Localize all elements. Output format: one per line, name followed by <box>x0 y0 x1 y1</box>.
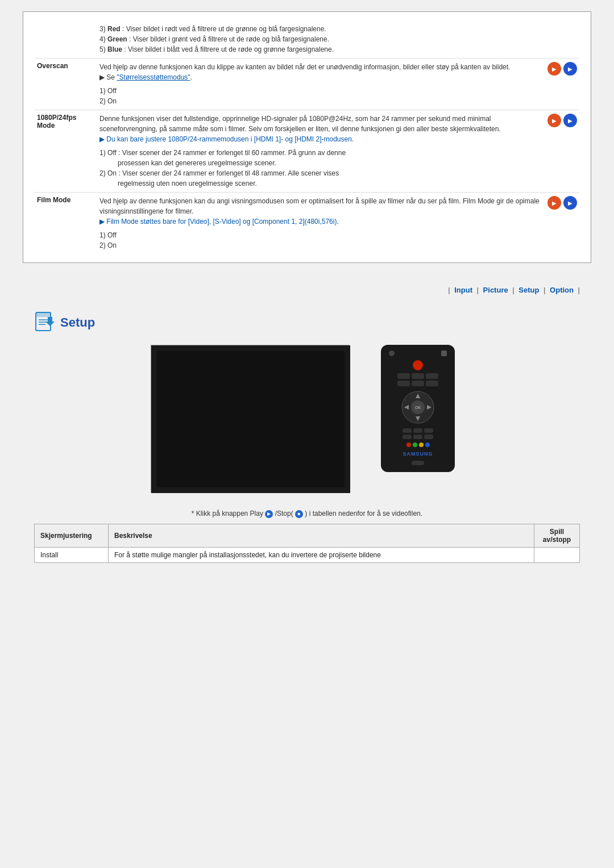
rbtn-11[interactable] <box>413 435 422 439</box>
tv-image <box>151 345 350 493</box>
remote-bottom-btn[interactable] <box>412 461 424 465</box>
overscan-prev-btn[interactable]: ▶ <box>547 62 561 76</box>
setup-page-icon <box>34 311 55 333</box>
nav-sep3: | <box>512 286 514 294</box>
overscan-link: ▶ Se "Størrelsesstøttemodus". <box>99 72 543 82</box>
overscan-sub1: 1) Off <box>99 86 543 96</box>
1080p-sub1b: prosessen kan det genereres uregelmessig… <box>118 158 543 168</box>
rbtn-10[interactable] <box>403 435 412 439</box>
red-item: 3) Red : Viser bildet i rødt ved å filtr… <box>99 24 543 34</box>
remote-sensor <box>441 350 447 356</box>
install-play <box>534 547 580 562</box>
play-icon: ▶ <box>265 510 273 518</box>
film-mode-row: Film Mode Ved hjelp av denne funksjonen … <box>35 193 579 254</box>
overscan-text: Ved hjelp av denne funksjonen kan du kli… <box>99 62 543 72</box>
rbtn-4[interactable] <box>397 381 410 386</box>
bottom-table: Skjermjustering Beskrivelse Spill av/sto… <box>34 524 580 563</box>
bottom-table-row-install: Install For å støtte mulige mangler på i… <box>35 547 580 562</box>
svg-rect-1 <box>36 312 51 317</box>
film-mode-icons: ▶ ▶ <box>545 193 579 254</box>
remote-nav-circle: OK <box>401 390 435 424</box>
install-desc: For å støtte mulige mangler på installas… <box>109 547 534 562</box>
remote-container: OK <box>372 345 463 472</box>
remote-row2 <box>397 381 438 386</box>
rbtn-yellow[interactable] <box>419 443 424 447</box>
green-item: 4) Green : Viser bildet i grønt ved å fi… <box>99 34 543 44</box>
rbtn-7[interactable] <box>403 428 412 433</box>
nav-picture[interactable]: Picture <box>483 286 508 294</box>
1080p-prev-btn[interactable]: ▶ <box>547 114 561 127</box>
nav-setup[interactable]: Setup <box>518 286 539 294</box>
rbtn-6[interactable] <box>426 381 438 386</box>
1080p-arrow-text: ▶ Du kan bare justere 1080P/24-rammemodu… <box>99 134 543 144</box>
rbtn-12[interactable] <box>424 435 433 439</box>
bottom-note-prefix: * Klikk på knappen Play <box>192 510 263 518</box>
remote-top-area <box>384 349 451 357</box>
color-label <box>35 20 97 59</box>
remote-colored-row <box>406 443 430 447</box>
bottom-note: * Klikk på knappen Play ▶ /Stop( ■ ) i t… <box>34 510 580 518</box>
1080p-row: 1080P/24fpsMode Denne funksjonen viser d… <box>35 110 579 193</box>
1080p-sub2: 2) On : Viser scener der 24 rammer er fo… <box>99 168 543 178</box>
remote-row3 <box>403 428 433 433</box>
rbtn-1[interactable] <box>397 373 410 379</box>
color-items-row: 3) Red : Viser bildet i rødt ved å filtr… <box>35 20 579 59</box>
nav-sep4: | <box>544 286 545 294</box>
samsung-logo: SAMSUNG <box>403 451 433 457</box>
svg-text:OK: OK <box>415 406 421 410</box>
film-mode-sub2: 2) On <box>99 240 543 251</box>
1080p-text: Denne funksjonen viser det fullstendige,… <box>99 114 543 134</box>
overscan-next-btn[interactable]: ▶ <box>563 62 577 76</box>
svg-marker-5 <box>45 317 55 326</box>
color-content: 3) Red : Viser bildet i rødt ved å filtr… <box>97 20 545 59</box>
svg-rect-7 <box>157 351 345 487</box>
remote-power-btn[interactable] <box>413 360 423 370</box>
film-mode-prev-btn[interactable]: ▶ <box>547 196 561 210</box>
overscan-label: Overscan <box>35 59 97 110</box>
stop-icon: ■ <box>295 510 303 518</box>
1080p-label: 1080P/24fpsMode <box>35 110 97 193</box>
top-content-table: 3) Red : Viser bildet i rødt ved å filtr… <box>23 11 591 263</box>
rbtn-9[interactable] <box>424 428 433 433</box>
remote-control: OK <box>381 345 455 472</box>
nav-input[interactable]: Input <box>454 286 472 294</box>
bottom-note-slash: /Stop( <box>275 510 293 518</box>
overscan-sub2: 2) On <box>99 96 543 106</box>
rbtn-green[interactable] <box>413 443 417 447</box>
rbtn-3[interactable] <box>426 373 438 379</box>
remote-led <box>389 350 395 356</box>
1080p-next-btn[interactable]: ▶ <box>563 114 577 127</box>
th-beskrivelse: Beskrivelse <box>109 524 534 547</box>
install-label: Install <box>35 547 109 562</box>
overscan-row: Overscan Ved hjelp av denne funksjonen k… <box>35 59 579 110</box>
overscan-content: Ved hjelp av denne funksjonen kan du kli… <box>97 59 545 110</box>
rbtn-8[interactable] <box>413 428 422 433</box>
rbtn-5[interactable] <box>412 381 424 386</box>
1080p-content: Denne funksjonen viser det fullstendige,… <box>97 110 545 193</box>
th-skjerm: Skjermjustering <box>35 524 109 547</box>
nav-sep1: | <box>448 286 450 294</box>
images-row: OK <box>34 345 580 493</box>
nav-option[interactable]: Option <box>550 286 574 294</box>
color-icons <box>545 20 579 59</box>
setup-title-text: Setup <box>60 315 95 330</box>
1080p-sub2b: regelmessig uten noen uregelmessige scen… <box>118 178 543 189</box>
blue-item: 5) Blue : Viser bildet i blått ved å fil… <box>99 44 543 55</box>
film-mode-arrow-text: ▶ Film Mode støttes bare for [Video], [S… <box>99 216 543 227</box>
bottom-table-header-row: Skjermjustering Beskrivelse Spill av/sto… <box>35 524 580 547</box>
rbtn-red[interactable] <box>406 443 411 447</box>
nav-sep5: | <box>578 286 580 294</box>
rbtn-2[interactable] <box>412 373 424 379</box>
nav-sep2: | <box>477 286 479 294</box>
film-mode-label: Film Mode <box>35 193 97 254</box>
rbtn-blue[interactable] <box>425 443 430 447</box>
film-mode-next-btn[interactable]: ▶ <box>563 196 577 210</box>
remote-row1 <box>397 373 438 379</box>
1080p-sub1: 1) Off : Viser scener der 24 rammer er f… <box>99 148 543 158</box>
film-mode-text: Ved hjelp av denne funksjonen kan du ang… <box>99 196 543 216</box>
film-mode-content: Ved hjelp av denne funksjonen kan du ang… <box>97 193 545 254</box>
setup-title-row: Setup <box>34 311 580 333</box>
nav-bar: | Input | Picture | Setup | Option | <box>23 280 591 300</box>
bottom-note-end: ) i tabellen nedenfor for å se videofile… <box>305 510 422 518</box>
setup-section: Setup <box>23 306 591 574</box>
